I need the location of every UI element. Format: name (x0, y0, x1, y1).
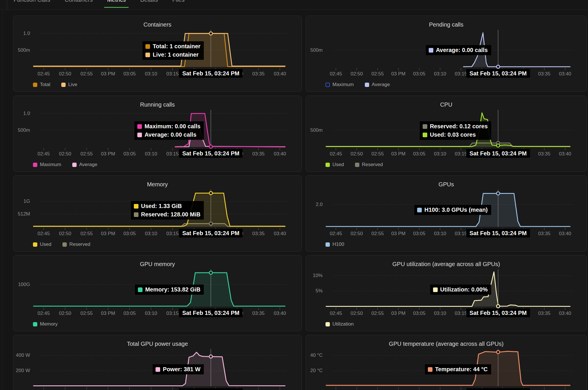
legend-swatch (326, 242, 330, 247)
x-axis-label: 03:40 (268, 151, 292, 157)
panel-total-gpu-power-usage: Total GPU power usage400 W200 W02:4502:5… (13, 335, 302, 390)
legend-label: Maximum (332, 82, 354, 88)
x-axis-label: 02:50 (53, 71, 77, 77)
date-tooltip: Sat Feb 15, 03:24 PM (466, 149, 530, 158)
tab-bar: Function CallsContainersMetricsDetailsFi… (0, 0, 588, 10)
chart-title: Pending calls (306, 21, 587, 28)
panel-pending-calls: Pending calls500m02:4502:5002:5503 PM03:… (306, 16, 587, 92)
chart-title: GPU utilization (average across all GPUs… (306, 261, 587, 268)
legend-item-live[interactable]: Live (61, 82, 77, 88)
legend-item-reserved[interactable]: Reserved (355, 162, 383, 168)
x-axis-label: 03 PM (96, 151, 120, 157)
tooltip-value-text: Temperature: 44 °C (435, 365, 488, 373)
chart-title: GPU temperature (average across all GPUs… (306, 340, 587, 347)
x-axis-label: 02:55 (75, 311, 99, 316)
tab-metrics[interactable]: Metrics (107, 0, 125, 3)
chart-title: Containers (13, 21, 302, 28)
tooltip-series-swatch (138, 287, 143, 292)
x-axis-label: 03 PM (96, 231, 120, 237)
x-axis-label: 03 PM (96, 71, 120, 77)
legend-item-average[interactable]: Average (72, 162, 97, 168)
y-axis-label: 20 °C (306, 368, 323, 374)
legend-label: Used (332, 162, 344, 168)
legend-item-total[interactable]: Total (33, 82, 50, 88)
legend-item-h100[interactable]: H100 (326, 242, 344, 247)
tooltip-value-text: Power: 381 W (163, 365, 200, 373)
x-axis-label: 02:45 (32, 311, 56, 316)
tooltip-value-text: H100: 3.0 GPUs (mean) (424, 206, 488, 214)
tab-details[interactable]: Details (140, 0, 158, 3)
legend-swatch (72, 163, 77, 167)
legend-swatch (61, 83, 66, 87)
hover-point-marker (209, 222, 212, 225)
legend-label: Average (372, 82, 390, 88)
tooltip-value-text: Utilization: 0.00% (440, 286, 488, 294)
x-axis-label: 03:40 (553, 311, 577, 316)
tooltip-row: Used: 0.03 cores (423, 131, 488, 139)
tooltip-row: Live: 1 container (145, 51, 200, 59)
tooltip-row: Used: 1.33 GiB (134, 202, 201, 210)
y-axis-label: 5% (306, 288, 323, 294)
legend: Memory (33, 321, 58, 327)
hover-point-marker (209, 145, 212, 148)
date-tooltip: Sat Feb 15, 03:24 PM (179, 388, 243, 390)
hover-tooltip: Reserved: 0.12 coresUsed: 0.03 cores (420, 121, 491, 140)
tooltip-series-swatch (423, 133, 427, 137)
x-axis-label: 03:35 (246, 71, 271, 77)
date-tooltip: Sat Feb 15, 03:24 PM (466, 69, 530, 78)
tooltip-row: Reserved: 128.00 MiB (134, 211, 201, 218)
legend: UsedReserved (326, 162, 383, 168)
x-axis-label: 02:55 (75, 231, 99, 237)
x-axis-label: 03:10 (139, 71, 163, 77)
legend-label: H100 (332, 242, 344, 247)
date-tooltip: Sat Feb 15, 03:24 PM (179, 69, 243, 78)
tooltip-row: Reserved: 0.12 cores (423, 122, 488, 130)
legend-item-maximum[interactable]: Maximum (33, 162, 61, 168)
x-axis-label: 02:50 (53, 151, 77, 157)
tooltip-row: Average: 0.00 calls (137, 131, 200, 139)
x-axis-label: 03:40 (268, 231, 292, 237)
legend: TotalLive (33, 82, 77, 88)
legend-item-reserved[interactable]: Reserved (62, 242, 90, 247)
hover-tooltip: H100: 3.0 GPUs (mean) (414, 205, 491, 215)
legend-swatch (33, 322, 37, 326)
y-axis-label: 1.0 (13, 111, 30, 116)
legend-swatch (326, 163, 330, 167)
y-axis-label: 500m (13, 47, 30, 53)
y-axis-label: 1G (13, 198, 30, 204)
legend-swatch (365, 83, 369, 87)
legend-item-memory[interactable]: Memory (33, 321, 58, 327)
tooltip-series-swatch (429, 48, 433, 53)
legend-label: Utilization (332, 321, 354, 327)
legend-swatch (62, 242, 67, 247)
hover-point-marker (497, 144, 500, 147)
date-tooltip: Sat Feb 15, 03:24 PM (466, 229, 530, 237)
tooltip-row: Maximum: 0.00 calls (137, 122, 200, 130)
tooltip-value-text: Reserved: 0.12 cores (430, 122, 488, 130)
tab-containers[interactable]: Containers (65, 0, 93, 3)
tab-function-calls[interactable]: Function Calls (14, 0, 50, 3)
legend-swatch (33, 242, 37, 247)
tooltip-series-swatch (423, 124, 427, 129)
legend-label: Used (40, 242, 51, 247)
legend-item-utilization[interactable]: Utilization (326, 321, 354, 327)
hover-tooltip: Used: 1.33 GiBReserved: 128.00 MiB (131, 201, 204, 220)
legend: H100 (326, 242, 344, 247)
tooltip-row: Utilization: 0.00% (433, 286, 488, 294)
hover-point-marker (497, 65, 500, 68)
date-tooltip: Sat Feb 15, 03:24 PM (466, 388, 530, 390)
chart-title: GPUs (306, 181, 587, 188)
tab-files[interactable]: Files (172, 0, 184, 3)
y-axis-label: 512M (13, 211, 30, 217)
tooltip-series-swatch (156, 367, 160, 372)
legend-item-average[interactable]: Average (365, 82, 390, 88)
hover-point-marker (209, 271, 212, 274)
legend-item-used[interactable]: Used (33, 242, 51, 247)
tooltip-series-swatch (137, 133, 142, 137)
legend-item-used[interactable]: Used (326, 162, 344, 168)
y-axis-label: 100G (13, 282, 30, 287)
legend-item-maximum[interactable]: Maximum (326, 82, 354, 88)
legend: MaximumAverage (326, 82, 390, 88)
hover-tooltip: Total: 1 containerLive: 1 container (143, 41, 204, 60)
y-axis-label: 200 W (13, 368, 30, 374)
